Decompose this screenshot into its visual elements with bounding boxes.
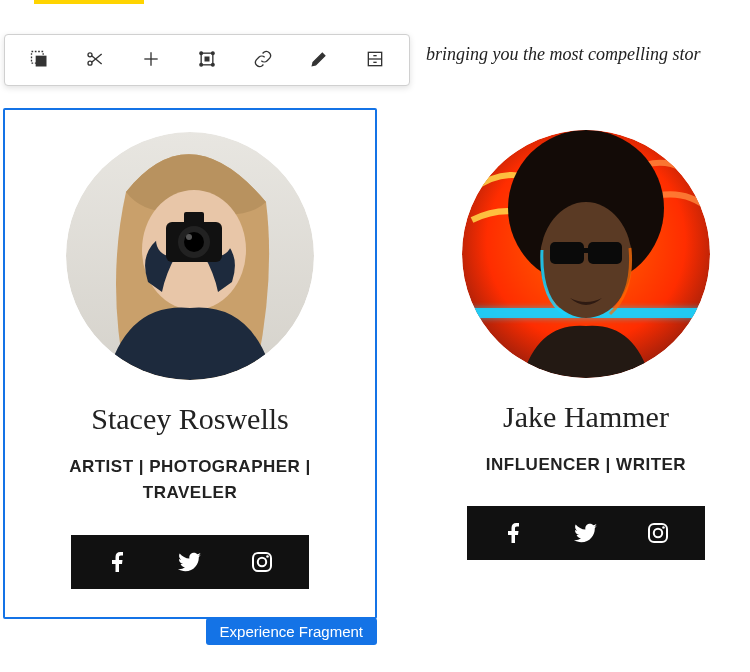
twitter-icon[interactable] — [573, 520, 599, 546]
cut-button[interactable] — [67, 36, 123, 84]
social-bar — [467, 506, 705, 560]
selection-type-badge: Experience Fragment — [206, 618, 377, 645]
facebook-icon[interactable] — [105, 549, 131, 575]
avatar — [66, 132, 314, 380]
person-name: Jake Hammer — [503, 400, 669, 434]
svg-point-29 — [258, 557, 266, 565]
group-icon — [197, 49, 217, 72]
svg-rect-13 — [205, 56, 210, 61]
facebook-icon[interactable] — [501, 520, 527, 546]
parent-button[interactable] — [11, 36, 67, 84]
svg-line-5 — [92, 54, 102, 62]
svg-point-41 — [654, 529, 662, 537]
component-toolbar — [4, 34, 410, 86]
svg-point-27 — [186, 234, 192, 240]
avatar — [462, 130, 710, 378]
edit-button[interactable] — [291, 36, 347, 84]
profile-cards-row: Stacey Roswells ARTIST | PHOTOGRAPHER | … — [3, 108, 747, 619]
intro-text-fragment: bringing you the most compelling stor — [426, 44, 700, 65]
social-bar — [71, 535, 309, 589]
svg-point-9 — [200, 51, 203, 54]
svg-line-4 — [92, 55, 102, 63]
svg-rect-38 — [588, 242, 622, 264]
link-button[interactable] — [235, 36, 291, 84]
person-role: INFLUENCER | WRITER — [486, 452, 686, 478]
instagram-icon[interactable] — [249, 549, 275, 575]
add-button[interactable] — [123, 36, 179, 84]
svg-rect-39 — [582, 248, 590, 253]
twitter-icon[interactable] — [177, 549, 203, 575]
plus-icon — [141, 49, 161, 72]
svg-point-10 — [212, 51, 215, 54]
svg-rect-24 — [184, 212, 204, 224]
parent-icon — [29, 49, 49, 72]
layout-button[interactable] — [179, 36, 235, 84]
active-tab-indicator — [34, 0, 144, 4]
instagram-icon[interactable] — [645, 520, 671, 546]
pencil-icon — [309, 49, 329, 72]
profile-card[interactable]: Jake Hammer INFLUENCER | WRITER — [425, 108, 747, 619]
experience-fragment-card[interactable]: Stacey Roswells ARTIST | PHOTOGRAPHER | … — [3, 108, 377, 619]
link-icon — [253, 49, 273, 72]
svg-point-12 — [212, 63, 215, 66]
person-role: ARTIST | PHOTOGRAPHER | TRAVELER — [60, 454, 320, 507]
person-name: Stacey Roswells — [91, 402, 288, 436]
svg-point-42 — [662, 527, 665, 530]
scissors-icon — [85, 49, 105, 72]
svg-point-30 — [266, 555, 269, 558]
svg-rect-37 — [550, 242, 584, 264]
configure-button[interactable] — [347, 36, 403, 84]
svg-rect-1 — [36, 55, 47, 66]
cabinet-icon — [365, 49, 385, 72]
svg-point-11 — [200, 63, 203, 66]
